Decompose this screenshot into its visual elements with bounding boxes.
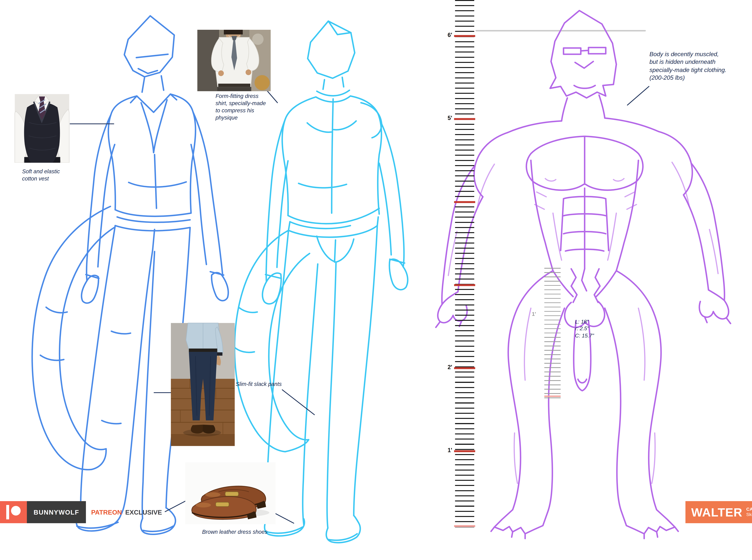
patreon-icon <box>0 501 27 523</box>
ruler-foot-mark <box>454 450 475 452</box>
reference-photo-vest <box>14 94 69 163</box>
artwork-type: Sketch <box>746 512 752 517</box>
annotation-shirt: Form-fitting dress shirt, specially-made… <box>216 93 276 121</box>
secondary-ruler <box>544 268 561 398</box>
annotation-shoes: Brown leather dress shoes <box>202 528 267 536</box>
annotation-body: Body is decently muscled, but is hidden … <box>649 51 743 82</box>
reference-photo-slacks <box>171 323 235 446</box>
ruler-label-5ft: 5' <box>436 115 452 121</box>
sketch-layer <box>0 0 752 560</box>
anatomy-sketch <box>436 11 731 539</box>
ruler-label-6ft: 6' <box>436 32 452 38</box>
ruler-foot-mark <box>454 118 475 120</box>
patreon-exclusive-badge: BUNNYWOLF PATREON EXCLUSIVE <box>0 501 162 523</box>
ruler-foot-mark <box>454 284 475 286</box>
ruler-foot-mark <box>454 367 475 369</box>
patreon-word: PATREON <box>91 508 122 516</box>
ruler-foot-mark <box>454 201 475 203</box>
ruler-label-2ft: 2' <box>436 364 452 371</box>
annotation-connector-lines <box>70 82 649 523</box>
reference-photo-dress-shoes <box>185 462 276 524</box>
annotation-vest: Soft and elastic cotton vest <box>22 168 60 182</box>
annotation-measurements: L: 18" r: 2.5" C: 15.7" <box>575 318 594 339</box>
exclusive-word: EXCLUSIVE <box>125 508 162 516</box>
artist-surname: CANEM <box>746 507 752 512</box>
artist-signature-badge: WALTER CANEM Sketch <box>686 501 752 523</box>
artist-name: WALTER <box>691 505 743 519</box>
front-view-sketch <box>32 16 228 534</box>
ruler-ground-mark <box>454 525 475 527</box>
ruler-label-1ft: 1' <box>436 447 452 454</box>
brand-name: BUNNYWOLF <box>27 501 86 523</box>
ruler-foot-mark <box>454 35 475 37</box>
secondary-ruler-label: 1' <box>532 311 536 317</box>
character-reference-sheet: 6' 5' 2' 1' 1' <box>0 0 752 560</box>
annotation-pants: Slim-fit slack pants <box>236 381 282 388</box>
reference-photo-dress-shirt <box>197 30 271 91</box>
secondary-ruler-mark <box>544 396 561 397</box>
